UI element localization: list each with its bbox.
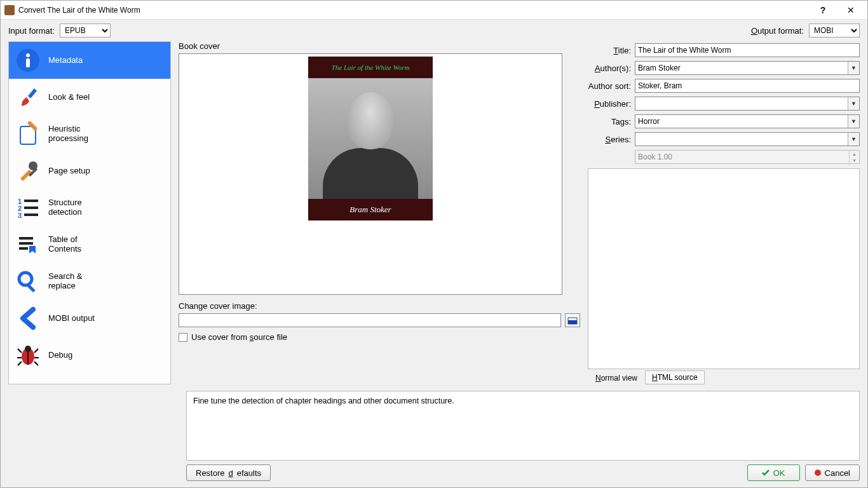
cover-author-text: Bram Stoker (308, 199, 433, 220)
change-cover-row (179, 313, 580, 327)
publisher-combo[interactable]: ▼ (635, 97, 860, 111)
dialog-window: Convert The Lair of the White Worm ? ✕ I… (0, 0, 868, 488)
description-box: Fine tune the detection of chapter headi… (186, 391, 860, 461)
svg-rect-22 (568, 320, 577, 324)
series-index-spinner[interactable]: Book 1.00▲▼ (635, 150, 860, 164)
series-label: Series: (588, 135, 631, 144)
metadata-form: Title: Author(s): Bram Stoker▼ Author so… (588, 41, 860, 384)
sidebar-label: Debug (48, 351, 72, 360)
sidebar-label: Table of Contents (48, 235, 81, 254)
sidebar: Metadata Look & feel Heuristic processin… (8, 41, 171, 384)
svg-rect-14 (19, 242, 33, 245)
output-format-label: Output format: (751, 26, 804, 36)
check-icon (762, 469, 770, 477)
toc-icon (15, 232, 41, 257)
sidebar-label: Heuristic processing (48, 125, 88, 144)
chevron-down-icon: ▼ (848, 62, 859, 74)
input-format-select[interactable]: EPUB (60, 24, 111, 37)
sidebar-item-page-setup[interactable]: Page setup (9, 152, 170, 189)
output-format-select[interactable]: MOBI (809, 24, 860, 37)
title-label: Title: (588, 46, 631, 55)
chevron-left-icon (15, 306, 41, 331)
input-format-label: Input format: (8, 26, 55, 36)
tools-icon (15, 158, 41, 184)
cover-section: Book cover The Lair of the White Worm Br… (179, 41, 580, 342)
main-area: Metadata Look & feel Heuristic processin… (1, 41, 867, 388)
svg-rect-12 (24, 214, 38, 216)
titlebar: Convert The Lair of the White Worm ? ✕ (1, 1, 867, 20)
sidebar-label: Look & feel (48, 93, 90, 102)
tags-combo[interactable]: Horror▼ (635, 114, 860, 128)
description-text: Fine tune the detection of chapter headi… (193, 396, 454, 405)
series-combo[interactable]: ▼ (635, 132, 860, 146)
sidebar-item-metadata[interactable]: Metadata (9, 42, 170, 79)
window-title: Convert The Lair of the White Worm (18, 6, 809, 15)
sidebar-label: Metadata (48, 56, 83, 65)
sidebar-label: Search & replace (48, 272, 82, 291)
editor-tabs: Normal view HTML source (588, 369, 860, 384)
author-sort-input[interactable] (635, 79, 860, 93)
comments-editor[interactable] (588, 168, 860, 369)
use-source-cover-label: Use cover from source file (191, 332, 287, 342)
ok-button[interactable]: OK (747, 464, 800, 481)
svg-rect-11 (24, 207, 38, 209)
svg-rect-13 (19, 237, 33, 240)
app-icon (4, 5, 15, 15)
author-combo[interactable]: Bram Stoker▼ (635, 61, 860, 75)
footer: Restore defaults OK Cancel (1, 463, 867, 487)
brush-icon (15, 85, 41, 110)
sidebar-label: Structure detection (48, 198, 82, 217)
chevron-down-icon: ▼ (848, 97, 859, 110)
sidebar-item-structure[interactable]: 123 Structure detection (9, 189, 170, 226)
help-button[interactable]: ? (809, 1, 837, 19)
cover-path-input[interactable] (179, 313, 561, 327)
book-cover-label: Book cover (179, 41, 580, 51)
restore-defaults-button[interactable]: Restore defaults (186, 464, 271, 481)
use-source-cover-row[interactable]: Use cover from source file (179, 332, 580, 342)
sidebar-item-heuristic[interactable]: Heuristic processing (9, 116, 170, 152)
list-icon: 123 (15, 195, 41, 220)
tags-label: Tags: (588, 117, 631, 126)
cover-image: The Lair of the White Worm Bram Stoker (308, 57, 433, 220)
open-file-icon (567, 315, 578, 325)
sidebar-item-mobi-output[interactable]: MOBI output (9, 300, 170, 337)
chevron-down-icon: ▼ (848, 133, 859, 146)
title-input[interactable] (635, 43, 860, 57)
change-cover-label: Change cover image: (179, 301, 580, 311)
svg-text:3: 3 (18, 212, 22, 219)
svg-rect-10 (24, 200, 38, 202)
sidebar-item-search-replace[interactable]: Search & replace (9, 263, 170, 300)
svg-point-20 (25, 346, 31, 352)
cover-portrait (308, 78, 433, 199)
svg-rect-2 (26, 58, 30, 67)
center-panel: Book cover The Lair of the White Worm Br… (179, 41, 580, 384)
browse-cover-button[interactable] (565, 313, 580, 327)
sidebar-label: MOBI output (48, 314, 95, 323)
author-sort-label: Author sort: (588, 81, 631, 91)
info-icon (15, 48, 41, 73)
chevron-up-icon[interactable]: ▲ (850, 151, 859, 157)
svg-rect-17 (27, 284, 35, 292)
svg-rect-15 (19, 247, 28, 250)
publisher-label: Publisher: (588, 99, 631, 109)
format-row: Input format: EPUB Output format: MOBI (1, 20, 867, 41)
wand-icon (15, 121, 41, 147)
bug-icon (15, 342, 41, 368)
cover-title-text: The Lair of the White Worm (308, 57, 433, 78)
tab-html-source[interactable]: HTML source (645, 370, 705, 384)
use-source-cover-checkbox[interactable] (179, 333, 187, 342)
sidebar-label: Page setup (48, 166, 90, 176)
tab-normal-view[interactable]: Normal view (588, 372, 645, 384)
close-button[interactable]: ✕ (837, 1, 865, 19)
chevron-down-icon[interactable]: ▼ (850, 157, 859, 163)
author-label: Author(s): (588, 64, 631, 73)
svg-point-1 (26, 53, 30, 57)
cancel-icon (815, 470, 821, 476)
sidebar-item-look-feel[interactable]: Look & feel (9, 79, 170, 116)
sidebar-item-debug[interactable]: Debug (9, 337, 170, 374)
cancel-button[interactable]: Cancel (805, 464, 860, 481)
search-icon (15, 269, 41, 294)
sidebar-item-toc[interactable]: Table of Contents (9, 226, 170, 263)
chevron-down-icon: ▼ (848, 115, 859, 128)
cover-preview-frame: The Lair of the White Worm Bram Stoker (179, 53, 562, 295)
